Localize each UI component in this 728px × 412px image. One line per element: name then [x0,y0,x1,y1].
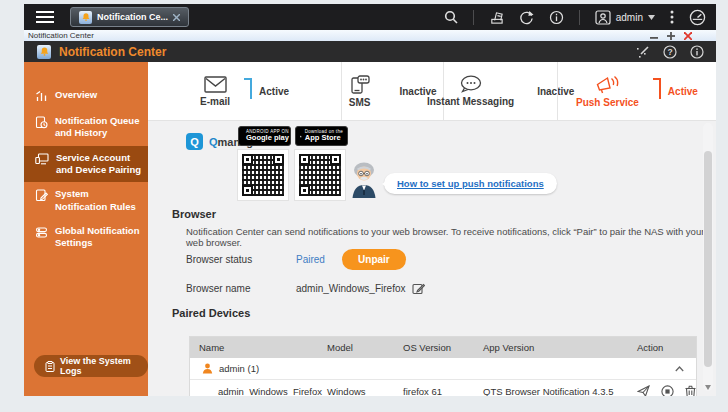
status-mark [653,78,661,99]
document-edit-icon [35,189,48,202]
browser-name-label: Browser name [186,283,296,294]
scrollbar-thumb[interactable] [704,151,712,367]
dashboard-icon[interactable] [689,9,706,26]
more-options-icon[interactable] [670,10,674,24]
tab-close-icon[interactable] [173,14,180,21]
cell-app-version: QTS Browser Notification 4.3.5 [474,386,628,397]
close-icon[interactable] [684,32,692,40]
cell-os-version: firefox 61 [394,386,474,397]
browser-status-label: Browser status [186,254,296,265]
cell-name: admin_Windows_Firefox [190,386,318,397]
vertical-scrollbar[interactable] [703,123,713,391]
apple-icon [300,131,302,142]
push-help-bubble[interactable]: How to set up push notifications [384,173,557,194]
user-icon [202,363,213,374]
sms-icon [350,75,370,94]
taskbar-strip: Notification Center [24,30,716,41]
bar-chart-icon [35,90,48,103]
window-body: Overview Notification Queue and History … [24,62,716,396]
browser-name-value: admin_Windows_Firefox [296,283,406,294]
sidebar-item-label: System Notification Rules [55,188,142,213]
refresh-icon[interactable] [519,10,534,25]
paired-devices-heading: Paired Devices [172,307,250,319]
status-mark [528,78,530,99]
window-titlebar: Notification Center ? [24,41,716,62]
device-pairing-icon [35,153,49,165]
view-system-logs-button[interactable]: View the System Logs [34,355,148,377]
document-clock-icon [35,116,48,129]
sidebar: Overview Notification Queue and History … [24,62,148,396]
main-content: E-mail Active SMS Inactive [148,62,716,396]
settings-stack-icon [35,226,48,239]
settings-scroll-area: Q Qmanager ANDROID APP ON Google play Do… [148,121,716,396]
search-icon[interactable] [444,10,458,24]
table-group-row-admin[interactable]: admin (1) [190,358,696,380]
column-header-os-version[interactable]: OS Version [394,342,474,353]
window-title: Notification Center [59,45,166,59]
table-row[interactable]: admin_Windows_Firefox Windows firefox 61… [190,380,696,396]
table-header-row: Name Model OS Version App Version Action [190,337,696,358]
group-name: admin (1) [219,363,259,374]
scroll-down-icon[interactable] [705,385,711,390]
send-test-icon[interactable] [637,385,650,396]
edit-icon[interactable] [412,282,425,295]
sidebar-item-system-notification-rules[interactable]: System Notification Rules [24,182,148,219]
collapse-chevron-icon[interactable] [675,366,684,372]
sidebar-item-global-notification-settings[interactable]: Global Notification Settings [24,219,148,256]
badge-bottom-text: App Store [305,134,343,143]
maximize-icon[interactable] [667,32,675,40]
main-menu-icon[interactable] [36,11,54,23]
app-store-badge[interactable]: Download on the App Store [295,126,348,146]
notification-center-app-icon [79,11,92,24]
column-header-action[interactable]: Action [628,342,696,353]
delete-icon[interactable] [685,385,696,397]
app-tab-notification-center[interactable]: Notification Ce... [70,7,189,27]
status-mark [244,78,252,99]
channel-tabs: E-mail Active SMS Inactive [148,62,716,121]
column-header-app-version[interactable]: App Version [474,342,628,353]
tab-push-service[interactable]: Push Service Active [557,62,716,120]
info-icon[interactable] [690,45,704,59]
admin-menu[interactable]: admin [595,10,655,25]
email-icon [204,76,227,93]
stop-icon[interactable] [661,385,674,397]
chat-bubble-icon [460,75,482,93]
sidebar-item-label: Service Account and Device Pairing [56,152,142,177]
admin-label: admin [616,12,643,23]
view-system-logs-label: View the System Logs [60,356,137,376]
push-help-link[interactable]: How to set up push notifications [397,178,544,189]
topbar-divider [579,10,580,25]
qr-code-app-store [295,150,345,200]
desktop-topbar: Notification Ce... admin [24,4,716,30]
column-header-model[interactable]: Model [318,342,394,353]
tab-label: SMS [349,97,371,108]
sidebar-item-service-account-device-pairing[interactable]: Service Account and Device Pairing [24,146,148,183]
notification-info-icon[interactable] [549,10,564,25]
qmanager-app-icon: Q [186,133,203,150]
browser-description: Notification Center can send notificatio… [186,226,706,248]
professor-mascot [349,161,379,198]
megaphone-icon [595,75,619,94]
browser-status-row: Browser status Paired Unpair [186,247,406,271]
topbar-divider [473,10,474,25]
taskbar-app-entry[interactable]: Notification Center [24,31,94,40]
help-icon[interactable]: ? [663,45,677,59]
google-play-badge[interactable]: ANDROID APP ON Google play [238,126,291,146]
chevron-down-icon [648,15,655,20]
tab-email[interactable]: E-mail Active [148,62,341,120]
cell-model: Windows [318,386,394,397]
tab-label: E-mail [200,96,230,107]
unpair-button[interactable]: Unpair [342,249,406,270]
sidebar-item-overview[interactable]: Overview [24,83,148,109]
tab-instant-messaging[interactable]: Instant Messaging Inactive [443,62,557,120]
sidebar-item-notification-queue-history[interactable]: Notification Queue and History [24,109,148,146]
row-actions [628,385,696,397]
browser-status-value: Paired [296,254,325,265]
minimize-icon[interactable] [650,32,658,40]
quick-start-wand-icon[interactable] [636,45,650,59]
user-icon [595,10,611,25]
background-tasks-icon[interactable] [489,10,504,25]
paired-devices-table: Name Model OS Version App Version Action… [190,337,696,396]
svg-text:?: ? [667,47,672,57]
column-header-name[interactable]: Name [190,342,318,353]
